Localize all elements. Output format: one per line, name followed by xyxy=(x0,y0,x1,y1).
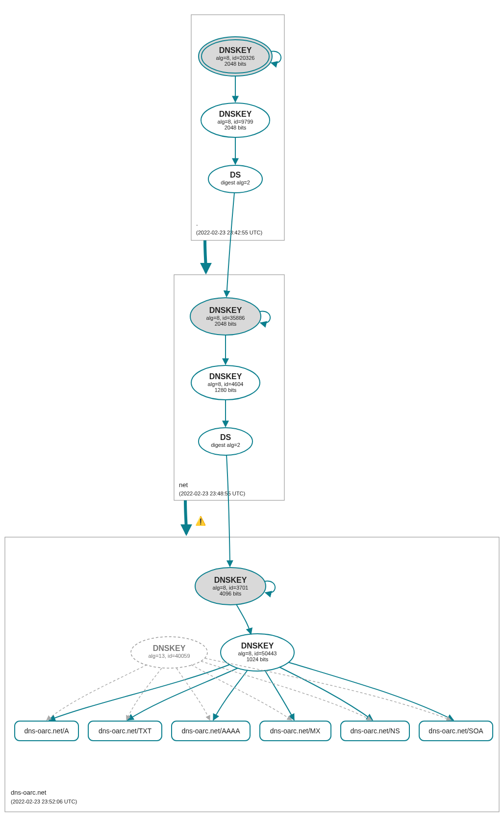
zone-net-name: net xyxy=(179,481,188,489)
edge-net-to-dnsoarc-zone xyxy=(185,500,186,534)
edge-zsk-a xyxy=(49,665,229,720)
svg-text:DNSKEY: DNSKEY xyxy=(241,642,274,650)
svg-text:DNSKEY: DNSKEY xyxy=(219,110,252,118)
svg-point-27 xyxy=(131,637,207,668)
svg-text:2048 bits: 2048 bits xyxy=(225,125,247,130)
zone-dnsoarc-name: dns-oarc.net xyxy=(11,789,47,796)
node-net-zsk: DNSKEY alg=8, id=4604 1280 bits xyxy=(191,365,260,400)
svg-text:2048 bits: 2048 bits xyxy=(225,61,247,67)
svg-text:alg=8, id=3701: alg=8, id=3701 xyxy=(213,585,249,591)
edge-extra-txt xyxy=(126,668,162,720)
svg-text:DNSKEY: DNSKEY xyxy=(219,46,252,54)
edge-zsk-mx xyxy=(265,670,294,720)
node-net-ds: DS digest alg=2 xyxy=(199,428,252,455)
rrset-a: dns-oarc.net/A xyxy=(15,721,78,741)
node-dnsoarc-zsk: DNSKEY alg=8, id=50443 1024 bits xyxy=(221,634,294,671)
warning-icon: ⚠️ xyxy=(195,516,206,526)
svg-text:DNSKEY: DNSKEY xyxy=(214,576,247,584)
svg-text:1280 bits: 1280 bits xyxy=(215,387,237,393)
edge-root-ds-net-ksk xyxy=(227,193,234,297)
svg-text:2048 bits: 2048 bits xyxy=(215,321,237,327)
rrset-aaaa: dns-oarc.net/AAAA xyxy=(172,721,250,741)
svg-text:DNSKEY: DNSKEY xyxy=(209,306,242,314)
svg-point-20 xyxy=(199,428,252,455)
svg-text:dns-oarc.net/A: dns-oarc.net/A xyxy=(24,727,69,735)
edge-extra-aaaa xyxy=(176,668,210,720)
node-root-ksk: DNSKEY alg=8, id=20326 2048 bits xyxy=(199,37,272,76)
svg-text:DNSKEY: DNSKEY xyxy=(153,644,186,652)
svg-text:digest alg=2: digest alg=2 xyxy=(211,442,240,448)
edge-zsk-ns xyxy=(279,667,373,720)
svg-text:alg=8, id=9799: alg=8, id=9799 xyxy=(218,119,253,125)
rrset-soa: dns-oarc.net/SOA xyxy=(419,721,493,741)
svg-text:DNSKEY: DNSKEY xyxy=(209,372,242,381)
rrset-ns: dns-oarc.net/NS xyxy=(341,721,409,741)
zone-root-timestamp: (2022-02-23 23:42:55 UTC) xyxy=(196,230,262,235)
edge-net-ds-dnsoarc-ksk xyxy=(227,455,230,567)
svg-text:DS: DS xyxy=(220,433,231,441)
edge-net-ksk-self xyxy=(260,311,270,323)
rrset-mx: dns-oarc.net/MX xyxy=(260,721,331,741)
node-root-zsk: DNSKEY alg=8, id=9799 2048 bits xyxy=(201,103,270,137)
edge-zsk-soa xyxy=(288,662,454,720)
edge-zsk-aaaa xyxy=(213,670,248,720)
node-dnsoarc-extra: DNSKEY alg=13, id=40059 xyxy=(131,637,207,668)
svg-point-9 xyxy=(208,165,262,193)
svg-text:4096 bits: 4096 bits xyxy=(220,591,242,596)
svg-text:1024 bits: 1024 bits xyxy=(247,656,269,662)
edge-root-to-net-zone xyxy=(205,240,206,272)
svg-text:dns-oarc.net/NS: dns-oarc.net/NS xyxy=(350,727,400,735)
edge-dnsoarc-ksk-zsk xyxy=(236,604,251,634)
edge-zsk-txt xyxy=(127,668,238,720)
zone-dnsoarc-timestamp: (2022-02-23 23:52:06 UTC) xyxy=(11,799,77,804)
edge-dnsoarc-ksk-self xyxy=(265,581,275,593)
svg-text:alg=8, id=4604: alg=8, id=4604 xyxy=(208,381,244,387)
svg-text:dns-oarc.net/AAAA: dns-oarc.net/AAAA xyxy=(181,727,240,735)
svg-text:dns-oarc.net/SOA: dns-oarc.net/SOA xyxy=(428,727,483,735)
edge-extra-a xyxy=(47,665,147,720)
svg-text:alg=8, id=20326: alg=8, id=20326 xyxy=(216,55,255,61)
svg-text:alg=8, id=50443: alg=8, id=50443 xyxy=(238,650,277,656)
svg-text:digest alg=2: digest alg=2 xyxy=(221,180,250,185)
svg-text:DS: DS xyxy=(230,171,241,179)
svg-text:alg=8, id=35886: alg=8, id=35886 xyxy=(206,315,245,321)
node-dnsoarc-ksk: DNSKEY alg=8, id=3701 4096 bits xyxy=(195,568,266,605)
rrset-txt: dns-oarc.net/TXT xyxy=(88,721,162,741)
svg-text:alg=13, id=40059: alg=13, id=40059 xyxy=(148,653,190,659)
node-root-ds: DS digest alg=2 xyxy=(208,165,262,193)
svg-text:dns-oarc.net/TXT: dns-oarc.net/TXT xyxy=(99,727,152,735)
zone-root-name: . xyxy=(196,220,198,227)
node-net-ksk: DNSKEY alg=8, id=35886 2048 bits xyxy=(190,298,261,335)
svg-text:dns-oarc.net/MX: dns-oarc.net/MX xyxy=(270,727,321,735)
zone-net-timestamp: (2022-02-23 23:48:55 UTC) xyxy=(179,491,245,496)
